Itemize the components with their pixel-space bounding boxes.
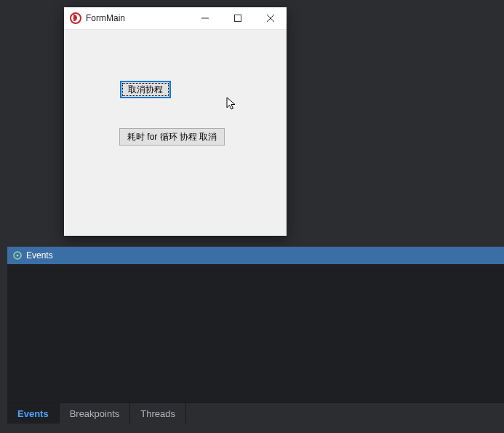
- svg-rect-1: [234, 15, 241, 22]
- tab-events[interactable]: Events: [7, 403, 60, 424]
- events-panel-icon: [13, 251, 22, 260]
- maximize-button[interactable]: [221, 7, 254, 29]
- tab-threads[interactable]: Threads: [130, 403, 186, 424]
- titlebar[interactable]: FormMain: [64, 7, 287, 30]
- app-icon: [70, 12, 81, 24]
- events-panel: Events Events Breakpoints Threads: [7, 247, 504, 424]
- form-client-area: 取消协程 耗时 for 循环 协程 取消: [64, 30, 287, 236]
- panel-tabs: Events Breakpoints Threads: [7, 402, 504, 424]
- events-panel-header[interactable]: Events: [7, 247, 504, 264]
- close-button[interactable]: [254, 7, 287, 29]
- minimize-icon: [201, 15, 209, 22]
- maximize-icon: [234, 15, 241, 22]
- events-panel-body[interactable]: [7, 264, 504, 402]
- minimize-button[interactable]: [188, 7, 221, 29]
- cancel-for-loop-coroutine-button[interactable]: 耗时 for 循环 协程 取消: [119, 128, 225, 146]
- tab-breakpoints[interactable]: Breakpoints: [60, 403, 131, 424]
- cancel-coroutine-button[interactable]: 取消协程: [120, 81, 171, 98]
- window-title: FormMain: [86, 13, 125, 23]
- close-icon: [267, 15, 274, 22]
- svg-point-5: [17, 255, 19, 257]
- form-main-window: FormMain 取消协程 耗时 for 循环 协程 取消: [64, 7, 287, 236]
- events-panel-title: Events: [26, 250, 53, 261]
